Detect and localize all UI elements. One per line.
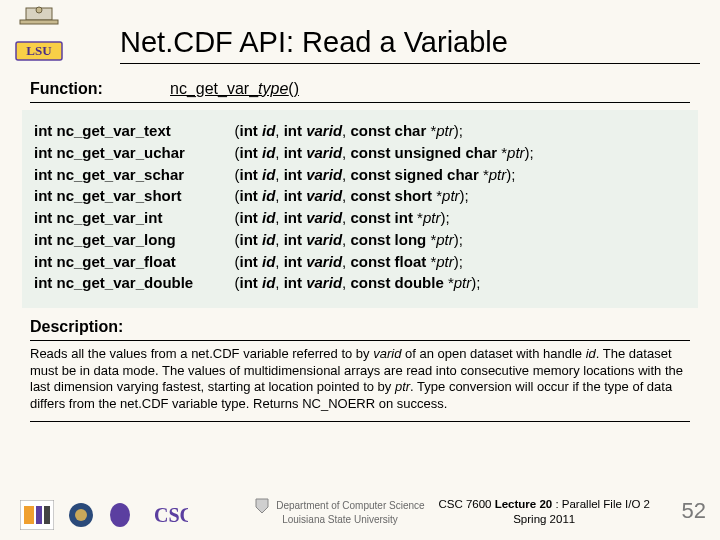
svg-rect-7 — [36, 506, 42, 524]
signature-block: int nc_get_var_text(int id, int varid, c… — [22, 110, 698, 308]
svg-text:LSU: LSU — [26, 43, 52, 58]
cct-logo-icon — [20, 500, 54, 530]
csc-logo-icon: CSC — [108, 500, 188, 530]
footer-logos: CSC — [20, 500, 188, 530]
nsf-logo-icon — [64, 500, 98, 530]
svg-point-11 — [110, 503, 130, 527]
department-label: Department of Computer Science Louisiana… — [240, 498, 440, 526]
page-title: Net.CDF API: Read a Variable — [120, 26, 700, 64]
signature-row: int nc_get_var_int(int id, int varid, co… — [34, 207, 686, 229]
svg-point-1 — [36, 7, 42, 13]
signature-row: int nc_get_var_float(int id, int varid, … — [34, 251, 686, 273]
signature-row: int nc_get_var_text(int id, int varid, c… — [34, 120, 686, 142]
signature-row: int nc_get_var_long(int id, int varid, c… — [34, 229, 686, 251]
dept-shield-icon — [255, 498, 269, 514]
svg-rect-2 — [20, 20, 58, 24]
function-row: Function: nc_get_var_type() — [30, 80, 690, 103]
slide: LSU Net.CDF API: Read a Variable Functio… — [0, 0, 720, 540]
function-label: Function: — [30, 80, 170, 98]
lsu-logo-icon: LSU — [14, 6, 64, 62]
footer: CSC Department of Computer Science Louis… — [0, 488, 720, 532]
page-number: 52 — [682, 498, 706, 524]
signature-row: int nc_get_var_schar(int id, int varid, … — [34, 164, 686, 186]
description-label: Description: — [30, 318, 690, 341]
csc-text: CSC — [154, 504, 188, 526]
function-name: nc_get_var_type() — [170, 80, 299, 98]
description-body: Reads all the values from a net.CDF vari… — [30, 346, 690, 422]
svg-point-10 — [75, 509, 87, 521]
course-label: CSC 7600 Lecture 20 : Parallel File I/O … — [438, 497, 650, 526]
svg-rect-8 — [44, 506, 50, 524]
signature-row: int nc_get_var_uchar(int id, int varid, … — [34, 142, 686, 164]
signature-row: int nc_get_var_short(int id, int varid, … — [34, 185, 686, 207]
signature-row: int nc_get_var_double(int id, int varid,… — [34, 272, 686, 294]
svg-rect-6 — [24, 506, 34, 524]
